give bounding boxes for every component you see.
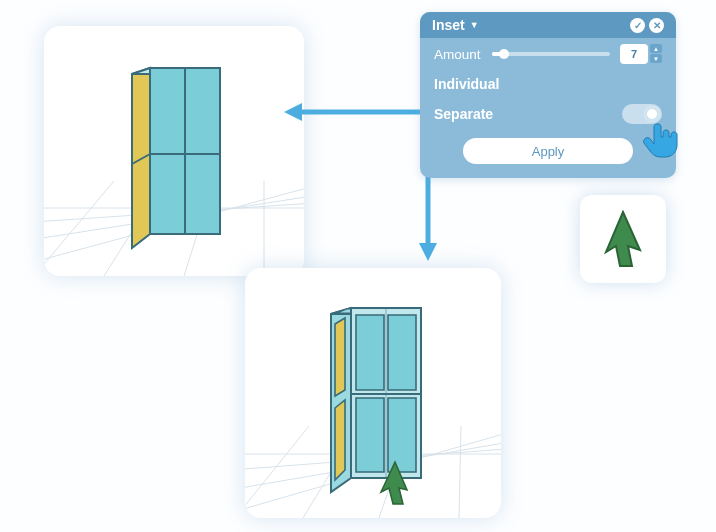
inset-tool-panel: Inset ▼ ✓ ✕ Amount 7 ▲ ▼ Individual Sepa… <box>420 12 676 178</box>
panel-title-text: Inset <box>432 17 465 33</box>
confirm-icon[interactable]: ✓ <box>630 18 645 33</box>
amount-row: Amount 7 ▲ ▼ <box>420 38 676 70</box>
panel-header[interactable]: Inset ▼ ✓ ✕ <box>420 12 676 38</box>
separate-row: Separate <box>420 98 676 130</box>
tool-cursor-icon <box>600 210 646 268</box>
viewport-result-separate <box>245 268 501 518</box>
svg-marker-30 <box>356 315 384 390</box>
svg-marker-38 <box>284 103 302 121</box>
viewport-result-combined <box>44 26 304 276</box>
chevron-down-icon[interactable]: ▼ <box>650 54 662 63</box>
amount-slider[interactable] <box>492 52 610 56</box>
svg-marker-31 <box>388 315 416 390</box>
amount-label: Amount <box>434 47 492 62</box>
individual-row: Individual <box>420 70 676 98</box>
svg-marker-32 <box>356 398 384 472</box>
pointer-hand-icon <box>640 118 684 162</box>
svg-marker-26 <box>335 400 345 480</box>
apply-button[interactable]: Apply <box>463 138 633 164</box>
amount-value[interactable]: 7 <box>620 44 648 64</box>
svg-marker-33 <box>388 398 416 472</box>
separate-label: Separate <box>434 106 493 122</box>
svg-line-20 <box>245 426 309 518</box>
individual-label: Individual <box>434 76 499 92</box>
close-icon[interactable]: ✕ <box>649 18 664 33</box>
chevron-up-icon[interactable]: ▲ <box>650 44 662 53</box>
svg-line-23 <box>459 426 461 518</box>
svg-marker-40 <box>419 243 437 261</box>
arrow-to-combined <box>284 100 438 124</box>
arrow-to-separate <box>416 175 440 261</box>
svg-marker-41 <box>606 212 640 266</box>
amount-spinner[interactable]: ▲ ▼ <box>650 44 662 64</box>
tool-cursor-tile <box>580 195 666 283</box>
svg-marker-25 <box>335 318 345 396</box>
dropdown-icon: ▼ <box>470 20 479 30</box>
